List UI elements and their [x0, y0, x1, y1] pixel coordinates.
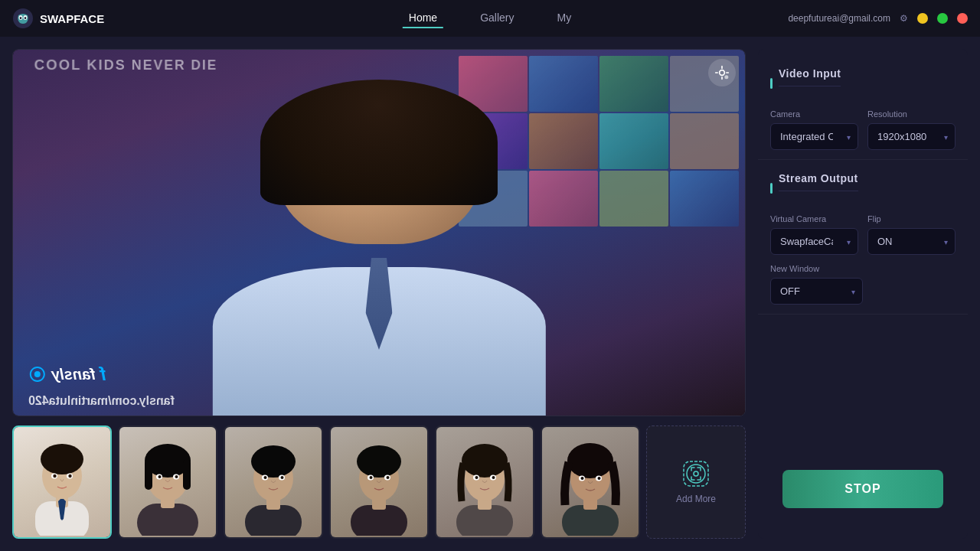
face-thumb-inner-1	[14, 427, 110, 537]
video-watermark-brand: f fansly	[28, 364, 106, 385]
add-more-icon	[682, 460, 710, 487]
camera-select-wrapper: Integrated Camera ▾	[770, 123, 858, 150]
fansly-letter: f	[100, 364, 106, 385]
face-portrait-2	[126, 429, 210, 536]
person-hair	[260, 80, 498, 204]
video-input-title: Video Input	[779, 67, 841, 86]
virtual-cam-flip-row: Virtual Camera SwapfaceCam ▾ Flip ON	[770, 214, 956, 255]
face-portrait-4	[337, 429, 421, 536]
svg-point-7	[34, 371, 41, 377]
camera-select[interactable]: Integrated Camera	[770, 123, 858, 150]
svg-point-54	[567, 443, 613, 478]
new-window-label: New Window	[770, 264, 863, 273]
svg-point-12	[41, 444, 83, 474]
face-thumb-2[interactable]	[118, 425, 217, 539]
resolution-select[interactable]: 1920x1080	[867, 123, 956, 150]
nav-home[interactable]: Home	[403, 8, 443, 28]
face-thumb-inner-4	[331, 427, 427, 537]
svg-point-15	[53, 474, 56, 478]
camera-label: Camera	[770, 109, 858, 119]
video-watermark-url: fansly.com/martinluta420	[28, 394, 175, 408]
maximize-button[interactable]	[937, 13, 948, 24]
fansly-brand: f fansly	[28, 364, 106, 385]
settings-icon[interactable]: ⚙	[900, 13, 908, 24]
camera-resolution-row: Camera Integrated Camera ▾ Resolution 19…	[770, 109, 956, 150]
svg-point-60	[687, 465, 705, 483]
virtual-camera-label: Virtual Camera	[770, 214, 858, 223]
section-dot-2	[770, 183, 773, 194]
wall-sign: COOL KIDS NEVER DIE	[34, 57, 217, 73]
face-thumb-4[interactable]	[329, 425, 429, 539]
svg-point-6	[724, 75, 728, 79]
flip-select-wrapper: ON ▾	[867, 228, 956, 255]
face-thumb-1[interactable]	[12, 425, 112, 539]
nav-gallery[interactable]: Gallery	[474, 8, 520, 28]
titlebar-right: deepfutureai@gmail.com ⚙	[788, 13, 968, 24]
face-portrait-5	[443, 429, 527, 536]
svg-point-16	[68, 474, 71, 478]
app-name: SWAPFACE	[40, 12, 104, 25]
svg-rect-17	[137, 504, 198, 536]
svg-point-30	[251, 445, 296, 478]
svg-point-61	[694, 471, 698, 476]
svg-point-3	[20, 17, 21, 19]
stream-output-title: Stream Output	[779, 172, 858, 191]
camera-feed: COOL KIDS NEVER DIE	[13, 50, 745, 416]
resolution-select-wrapper: 1920x1080 ▾	[867, 123, 956, 150]
virtual-camera-select[interactable]: SwapfaceCam	[770, 228, 858, 255]
stop-button[interactable]: Stop	[782, 470, 943, 508]
poster-12	[670, 171, 739, 227]
right-panel-spacer	[758, 315, 968, 470]
flip-label: Flip	[867, 214, 956, 223]
svg-point-50	[492, 476, 495, 479]
face-thumbnails-row: Add More	[12, 425, 746, 539]
add-more-label: Add More	[676, 494, 716, 504]
flip-group: Flip ON ▾	[867, 214, 956, 255]
stop-button-container: Stop	[758, 470, 968, 533]
main-content: COOL KIDS NEVER DIE	[0, 37, 980, 551]
face-thumb-inner-5	[436, 427, 533, 537]
face-thumb-6[interactable]	[541, 425, 640, 539]
new-window-select-wrapper: OFF ▾	[770, 278, 863, 305]
face-portrait-3	[231, 429, 315, 536]
app-logo: SWAPFACE	[12, 8, 104, 29]
svg-point-38	[357, 445, 401, 478]
face-portrait-1	[20, 429, 104, 536]
video-preview: COOL KIDS NEVER DIE	[12, 49, 746, 416]
minimize-button[interactable]	[917, 13, 928, 24]
face-thumb-5[interactable]	[435, 425, 534, 539]
fansly-icon	[28, 365, 47, 383]
close-button[interactable]	[957, 13, 968, 24]
section-dot	[770, 78, 773, 89]
add-more-button[interactable]: Add More	[646, 425, 746, 539]
nav-my[interactable]: My	[551, 8, 578, 28]
main-nav: Home Gallery My	[403, 8, 577, 28]
left-panel: COOL KIDS NEVER DIE	[12, 49, 746, 539]
svg-rect-22	[183, 459, 191, 490]
stream-output-section: Stream Output Virtual Camera SwapfaceCam…	[758, 160, 968, 315]
virtual-camera-select-wrapper: SwapfaceCam ▾	[770, 228, 858, 255]
face-thumb-inner-6	[542, 427, 639, 537]
poster-8	[670, 113, 739, 169]
face-portrait-6	[548, 429, 632, 536]
svg-point-42	[387, 476, 390, 479]
svg-point-25	[158, 475, 162, 478]
svg-point-57	[581, 477, 584, 480]
svg-point-46	[462, 444, 508, 478]
svg-point-49	[475, 476, 479, 479]
svg-point-26	[175, 475, 178, 478]
new-window-select[interactable]: OFF	[770, 278, 863, 305]
virtual-camera-group: Virtual Camera SwapfaceCam ▾	[770, 214, 858, 255]
person-figure	[141, 86, 616, 416]
new-window-group: New Window OFF ▾	[770, 264, 863, 305]
corner-camera-icon	[708, 59, 736, 86]
svg-point-4	[24, 17, 26, 19]
face-thumb-3[interactable]	[224, 425, 323, 539]
svg-point-5	[720, 70, 725, 76]
face-thumb-inner-2	[119, 427, 216, 537]
face-thumb-inner-3	[225, 427, 322, 537]
flip-select[interactable]: ON	[867, 228, 956, 255]
resolution-group: Resolution 1920x1080 ▾	[867, 109, 956, 150]
logo-icon	[12, 8, 34, 29]
svg-rect-59	[684, 461, 708, 486]
